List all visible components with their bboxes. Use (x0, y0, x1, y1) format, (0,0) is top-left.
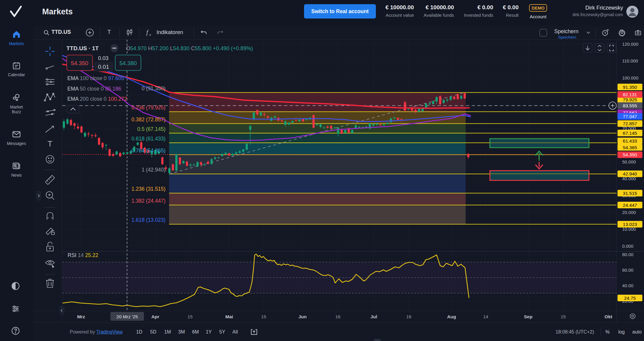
svg-text:0.764 (54.365): 0.764 (54.365) (131, 148, 165, 154)
svg-text:24.75: 24.75 (624, 296, 636, 301)
svg-text:61.433: 61.433 (623, 138, 637, 143)
svg-text:31.515: 31.515 (623, 191, 637, 196)
svg-text:0.236 (79.925): 0.236 (79.925) (131, 105, 165, 111)
svg-text:x: x (149, 33, 151, 36)
svg-text:16: 16 (335, 314, 340, 319)
svg-text:O54.970 H57.200 L54.830 C55.80: O54.970 H57.200 L54.830 C55.800 +0.490 (… (126, 45, 253, 51)
svg-text:60.00: 60.00 (622, 267, 634, 273)
svg-text:RSI 14 25.22: RSI 14 25.22 (68, 252, 98, 258)
svg-text:1.618 (13.023): 1.618 (13.023) (131, 217, 165, 223)
svg-text:40.00: 40.00 (622, 283, 634, 288)
svg-text:82.131: 82.131 (623, 92, 637, 97)
svg-text:0.000: 0.000 (622, 244, 634, 249)
svg-text:42.940: 42.940 (623, 171, 637, 176)
svg-text:0 (91.350): 0 (91.350) (142, 85, 165, 91)
svg-text:54.365: 54.365 (623, 145, 637, 150)
svg-text:1.236 (31.515): 1.236 (31.515) (131, 186, 165, 192)
svg-text:Jun: Jun (298, 314, 307, 319)
svg-text:15: 15 (561, 314, 566, 319)
svg-text:EMA 200 close 0 100.272: EMA 200 close 0 100.272 (67, 96, 127, 102)
svg-text:Jul: Jul (370, 314, 377, 319)
svg-text:Aug: Aug (447, 314, 456, 319)
svg-text:79.925: 79.925 (623, 97, 637, 102)
svg-text:0.01: 0.01 (98, 64, 109, 70)
svg-text:54.350: 54.350 (71, 60, 88, 66)
svg-text:91.350: 91.350 (623, 85, 637, 90)
svg-text:Apr: Apr (151, 314, 160, 319)
svg-text:0.382 (72.857): 0.382 (72.857) (131, 117, 165, 123)
svg-text:83.555: 83.555 (623, 103, 637, 108)
svg-text:Mrz: Mrz (77, 314, 85, 319)
svg-text:54.350: 54.350 (623, 152, 637, 157)
svg-text:110.000: 110.000 (622, 58, 638, 63)
svg-text:15: 15 (261, 314, 266, 319)
svg-text:TTD.US · 1T: TTD.US · 1T (66, 45, 99, 51)
svg-text:120.000: 120.000 (622, 42, 638, 47)
svg-text:80.00: 80.00 (622, 252, 634, 257)
svg-text:0.03: 0.03 (98, 55, 108, 61)
svg-text:54.380: 54.380 (119, 60, 137, 66)
svg-text:0.5 (67.145): 0.5 (67.145) (137, 126, 165, 132)
svg-text:0.618 (61.433): 0.618 (61.433) (131, 136, 165, 142)
svg-text:72.857: 72.857 (623, 121, 637, 126)
svg-text:Sep: Sep (524, 314, 532, 319)
svg-text:14: 14 (483, 314, 488, 319)
svg-text:50.000: 50.000 (622, 159, 636, 164)
svg-text:24.447: 24.447 (623, 203, 637, 208)
svg-text:Okt: Okt (604, 314, 612, 319)
svg-text:67.145: 67.145 (623, 131, 637, 136)
svg-text:100.000: 100.000 (622, 75, 638, 80)
svg-text:77.047: 77.047 (623, 114, 637, 119)
svg-text:1.382 (24.447): 1.382 (24.447) (131, 198, 165, 204)
svg-text:1 (42.940): 1 (42.940) (142, 167, 165, 173)
svg-text:EMA 100 close 0 97.605: EMA 100 close 0 97.605 (67, 75, 124, 81)
svg-text:13.023: 13.023 (623, 222, 637, 227)
svg-text:EMA 50 close 0 85.186: EMA 50 close 0 85.186 (67, 86, 121, 92)
svg-text:16: 16 (406, 314, 411, 319)
svg-text:20.000: 20.000 (622, 210, 636, 215)
svg-text:20 Mrz '25: 20 Mrz '25 (116, 314, 138, 319)
svg-text:f: f (146, 29, 149, 36)
svg-text:15: 15 (187, 314, 192, 319)
svg-text:Mai: Mai (225, 314, 233, 319)
svg-text:T: T (48, 139, 52, 148)
